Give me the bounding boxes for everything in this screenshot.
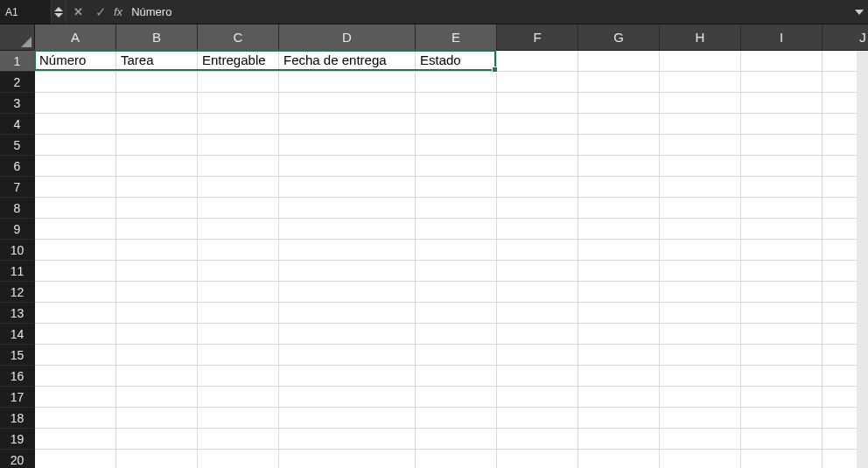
cell-A17[interactable] [35, 387, 116, 408]
cell-F19[interactable] [497, 429, 578, 450]
cell-D15[interactable] [279, 345, 416, 366]
cell-I3[interactable] [741, 93, 822, 114]
row-header-12[interactable]: 12 [0, 282, 35, 303]
cell-G11[interactable] [578, 261, 660, 282]
cell-G2[interactable] [578, 72, 660, 93]
cell-H16[interactable] [660, 366, 741, 387]
cell-G5[interactable] [578, 135, 660, 156]
cell-E13[interactable] [416, 303, 497, 324]
cell-A6[interactable] [35, 156, 116, 177]
cell-B10[interactable] [116, 240, 198, 261]
cell-G6[interactable] [578, 156, 660, 177]
cell-B4[interactable] [116, 114, 198, 135]
cell-H6[interactable] [660, 156, 741, 177]
cell-C1[interactable]: Entregable [198, 51, 279, 72]
cell-C19[interactable] [198, 429, 279, 450]
cell-C11[interactable] [198, 261, 279, 282]
cell-F20[interactable] [497, 450, 578, 468]
row-header-6[interactable]: 6 [0, 156, 35, 177]
cell-G9[interactable] [578, 219, 660, 240]
formula-bar-expand-button[interactable] [850, 0, 868, 24]
cell-D5[interactable] [279, 135, 416, 156]
cell-I6[interactable] [741, 156, 822, 177]
cell-H10[interactable] [660, 240, 741, 261]
cell-F9[interactable] [497, 219, 578, 240]
row-header-13[interactable]: 13 [0, 303, 35, 324]
cell-D14[interactable] [279, 324, 416, 345]
row-header-19[interactable]: 19 [0, 429, 35, 450]
cell-A3[interactable] [35, 93, 116, 114]
row-header-11[interactable]: 11 [0, 261, 35, 282]
cell-A10[interactable] [35, 240, 116, 261]
cell-C12[interactable] [198, 282, 279, 303]
cell-C3[interactable] [198, 93, 279, 114]
cell-D11[interactable] [279, 261, 416, 282]
cell-D20[interactable] [279, 450, 416, 468]
cell-C5[interactable] [198, 135, 279, 156]
cell-E3[interactable] [416, 93, 497, 114]
cell-B13[interactable] [116, 303, 198, 324]
cell-C20[interactable] [198, 450, 279, 468]
cell-I12[interactable] [741, 282, 822, 303]
cell-C18[interactable] [198, 408, 279, 429]
cell-F16[interactable] [497, 366, 578, 387]
cell-E5[interactable] [416, 135, 497, 156]
row-header-16[interactable]: 16 [0, 366, 35, 387]
cell-I7[interactable] [741, 177, 822, 198]
name-box-input[interactable] [0, 0, 51, 24]
cell-F2[interactable] [497, 72, 578, 93]
cell-E15[interactable] [416, 345, 497, 366]
row-header-1[interactable]: 1 [0, 51, 35, 72]
cell-H11[interactable] [660, 261, 741, 282]
cell-I20[interactable] [741, 450, 822, 468]
name-box-stepper[interactable] [51, 0, 66, 24]
cell-D1[interactable]: Fecha de entrega [279, 51, 416, 72]
cell-E12[interactable] [416, 282, 497, 303]
cell-I1[interactable] [741, 51, 822, 72]
cell-D19[interactable] [279, 429, 416, 450]
row-header-20[interactable]: 20 [0, 450, 35, 468]
cell-I5[interactable] [741, 135, 822, 156]
cell-F11[interactable] [497, 261, 578, 282]
row-header-5[interactable]: 5 [0, 135, 35, 156]
cell-H5[interactable] [660, 135, 741, 156]
cell-F15[interactable] [497, 345, 578, 366]
cell-D12[interactable] [279, 282, 416, 303]
column-header-D[interactable]: D [279, 24, 416, 51]
cell-A2[interactable] [35, 72, 116, 93]
cell-F12[interactable] [497, 282, 578, 303]
cell-H18[interactable] [660, 408, 741, 429]
cell-A7[interactable] [35, 177, 116, 198]
cell-I4[interactable] [741, 114, 822, 135]
cell-E9[interactable] [416, 219, 497, 240]
cell-I18[interactable] [741, 408, 822, 429]
cell-H19[interactable] [660, 429, 741, 450]
cell-B18[interactable] [116, 408, 198, 429]
cell-I13[interactable] [741, 303, 822, 324]
cell-D3[interactable] [279, 93, 416, 114]
cell-C16[interactable] [198, 366, 279, 387]
cell-D6[interactable] [279, 156, 416, 177]
cell-E20[interactable] [416, 450, 497, 468]
cell-A8[interactable] [35, 198, 116, 219]
column-header-I[interactable]: I [741, 24, 822, 51]
row-header-17[interactable]: 17 [0, 387, 35, 408]
cell-G13[interactable] [578, 303, 660, 324]
column-header-A[interactable]: A [35, 24, 116, 51]
cell-A5[interactable] [35, 135, 116, 156]
cell-C8[interactable] [198, 198, 279, 219]
cell-C14[interactable] [198, 324, 279, 345]
cell-C13[interactable] [198, 303, 279, 324]
cell-C6[interactable] [198, 156, 279, 177]
cell-E14[interactable] [416, 324, 497, 345]
cell-G17[interactable] [578, 387, 660, 408]
cell-A12[interactable] [35, 282, 116, 303]
cell-G19[interactable] [578, 429, 660, 450]
row-header-14[interactable]: 14 [0, 324, 35, 345]
cell-G12[interactable] [578, 282, 660, 303]
cell-E18[interactable] [416, 408, 497, 429]
cell-D18[interactable] [279, 408, 416, 429]
cell-F5[interactable] [497, 135, 578, 156]
cells-area[interactable]: NúmeroTareaEntregableFecha de entregaEst… [35, 51, 868, 468]
cell-H14[interactable] [660, 324, 741, 345]
